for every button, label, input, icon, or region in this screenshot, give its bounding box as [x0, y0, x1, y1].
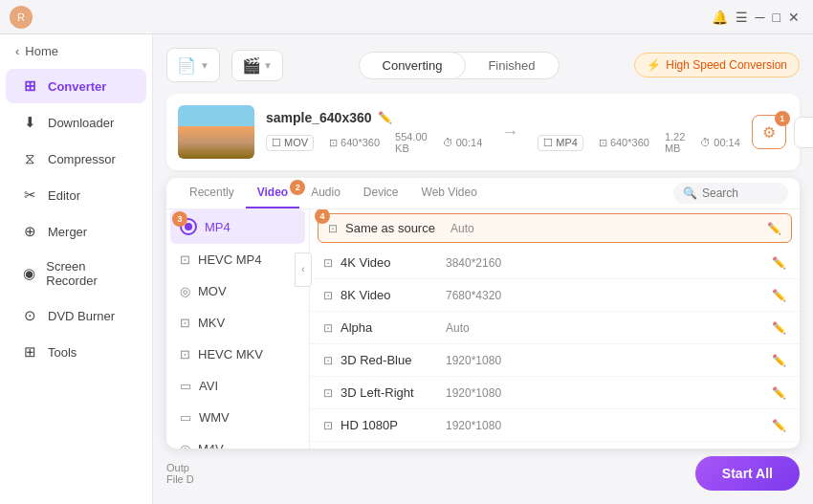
- settings-button[interactable]: ⚙ 1: [752, 115, 786, 149]
- same-as-source-res: Auto: [450, 222, 767, 235]
- screen-recorder-icon: ◉: [21, 265, 36, 282]
- mp4-radio-fill: [185, 223, 192, 230]
- sidebar-label-editor: Editor: [48, 188, 80, 203]
- mkv-label: MKV: [198, 316, 225, 330]
- sidebar-item-downloader[interactable]: ⬇ Downloader: [6, 105, 146, 140]
- format-right-item-8k[interactable]: ⊡ 8K Video 7680*4320 ✏️: [310, 279, 800, 312]
- sidebar-item-converter[interactable]: ⊞ Converter: [6, 69, 146, 103]
- convert-actions: ⚙ 1 Converting: [752, 115, 813, 149]
- mov-icon: ◎: [180, 284, 190, 298]
- edit-filename-icon[interactable]: ✏️: [378, 111, 392, 124]
- tab-device[interactable]: Device: [352, 178, 410, 208]
- sidebar-item-compressor[interactable]: ⧖ Compressor: [6, 142, 146, 176]
- same-as-source-edit-icon[interactable]: ✏️: [767, 222, 781, 235]
- file-name: sample_640x360: [266, 110, 372, 125]
- search-icon: 🔍: [683, 186, 697, 200]
- m4v-label: M4V: [198, 442, 224, 449]
- source-duration: ⏱ 00:14: [443, 137, 483, 148]
- format-right-item-4k[interactable]: ⊡ 4K Video 3840*2160 ✏️: [310, 247, 800, 279]
- 3d-red-blue-icon: ⊡: [323, 354, 333, 367]
- search-input[interactable]: [702, 186, 779, 200]
- format-item-hevc-mkv[interactable]: ⊡ HEVC MKV: [166, 339, 309, 370]
- sidebar-label-tools: Tools: [48, 345, 77, 360]
- wmv-icon: ▭: [180, 410, 191, 425]
- sidebar-label-compressor: Compressor: [48, 152, 116, 166]
- format-item-wmv[interactable]: ▭ WMV: [166, 402, 309, 433]
- 4k-label: 4K Video: [341, 255, 446, 270]
- 8k-edit-icon[interactable]: ✏️: [772, 289, 786, 302]
- tab-video-label: Video: [257, 186, 288, 199]
- lightning-icon: ⚡: [647, 58, 661, 72]
- tab-converting[interactable]: Converting: [359, 52, 467, 79]
- close-icon[interactable]: ✕: [784, 8, 803, 27]
- source-size-value: 554.00 KB: [395, 131, 428, 154]
- sidebar-item-screen-recorder[interactable]: ◉ Screen Recorder: [6, 251, 146, 296]
- output-info: Outp File D: [166, 462, 686, 485]
- notification-icon[interactable]: 🔔: [708, 8, 732, 27]
- app-body: ‹ Home ⊞ Converter ⬇ Downloader ⧖ Compre…: [0, 34, 813, 504]
- format-columns: MP4 3 ⊡ HEVC MP4 ◎ MOV ⊡: [166, 209, 800, 449]
- tab-recently[interactable]: Recently: [178, 178, 246, 208]
- format-item-mov[interactable]: ◎ MOV: [166, 275, 309, 307]
- convert-button[interactable]: Converting: [794, 117, 813, 148]
- search-box: 🔍: [673, 183, 788, 204]
- format-right-item-3d-red-blue[interactable]: ⊡ 3D Red-Blue 1920*1080 ✏️: [310, 344, 800, 377]
- 4k-res: 3840*2160: [446, 256, 772, 270]
- format-right-item-3d-left-right[interactable]: ⊡ 3D Left-Right 1920*1080 ✏️: [310, 377, 800, 409]
- alpha-label: Alpha: [341, 320, 446, 335]
- 4k-icon: ⊡: [323, 256, 333, 270]
- target-size-value: 1.22 MB: [665, 131, 685, 154]
- target-format-badge: ☐ MP4: [538, 135, 583, 151]
- add-file-button[interactable]: 📄 ▼: [166, 48, 220, 82]
- user-initial: R: [17, 11, 25, 23]
- tab-web-video[interactable]: Web Video: [410, 178, 489, 208]
- format-right-item-hd-720p[interactable]: ⊡ HD 720P 1280*720 ✏️: [310, 442, 800, 449]
- add-media-button[interactable]: 🎬 ▼: [231, 50, 283, 81]
- 3d-left-right-edit-icon[interactable]: ✏️: [772, 386, 786, 400]
- sidebar-label-downloader: Downloader: [48, 116, 114, 130]
- hd-1080p-edit-icon[interactable]: ✏️: [772, 419, 786, 432]
- format-item-hevc-mp4[interactable]: ⊡ HEVC MP4: [166, 244, 309, 275]
- 4k-edit-icon[interactable]: ✏️: [772, 256, 786, 270]
- menu-icon[interactable]: ☰: [732, 8, 752, 27]
- format-item-mp4[interactable]: MP4 3: [170, 209, 305, 244]
- alpha-res: Auto: [446, 321, 772, 335]
- 3d-red-blue-res: 1920*1080: [446, 354, 772, 367]
- tab-finished[interactable]: Finished: [465, 53, 558, 78]
- hd-1080p-res: 1920*1080: [446, 419, 772, 432]
- format-right-item-hd-1080p[interactable]: ⊡ HD 1080P 1920*1080 ✏️: [310, 409, 800, 442]
- settings-badge: 1: [775, 111, 790, 126]
- back-home[interactable]: ‹ Home: [0, 34, 152, 68]
- sidebar-collapse-button[interactable]: ‹: [295, 252, 312, 287]
- avi-label: AVI: [199, 379, 218, 393]
- minimize-icon[interactable]: ─: [752, 8, 769, 27]
- sidebar-item-dvd-burner[interactable]: ⊙ DVD Burner: [6, 298, 146, 333]
- sidebar-item-merger[interactable]: ⊕ Merger: [6, 214, 146, 249]
- target-resolution-icon: ⊡: [599, 137, 607, 149]
- format-right-item-same-as-source[interactable]: 4 ⊡ Same as source Auto ✏️: [318, 213, 792, 243]
- format-item-m4v[interactable]: ◎ M4V: [166, 433, 309, 449]
- format-item-avi[interactable]: ▭ AVI: [166, 370, 309, 402]
- main-content: 📄 ▼ 🎬 ▼ Converting Finished ⚡ High Speed…: [153, 34, 813, 504]
- sidebar-item-tools[interactable]: ⊞ Tools: [6, 335, 146, 369]
- tab-video[interactable]: Video 2: [246, 178, 299, 208]
- sidebar-item-editor[interactable]: ✂ Editor: [6, 178, 146, 212]
- format-right-item-alpha[interactable]: ⊡ Alpha Auto ✏️: [310, 312, 800, 344]
- resolution-icon: ⊡: [329, 137, 338, 149]
- user-avatar[interactable]: R: [10, 6, 33, 29]
- format-item-mkv[interactable]: ⊡ MKV: [166, 307, 309, 339]
- tab-audio[interactable]: Audio: [299, 178, 352, 208]
- compressor-icon: ⧖: [21, 150, 38, 167]
- tools-icon: ⊞: [21, 343, 38, 361]
- 3d-red-blue-edit-icon[interactable]: ✏️: [772, 354, 786, 367]
- high-speed-button[interactable]: ⚡ High Speed Conversion: [634, 53, 800, 77]
- maximize-icon[interactable]: □: [769, 8, 784, 27]
- file-dest-text: File D: [166, 473, 194, 485]
- format-tabs: Recently Video 2 Audio Device Web Video …: [166, 178, 800, 209]
- alpha-edit-icon[interactable]: ✏️: [772, 321, 786, 335]
- back-arrow-icon: ‹: [15, 44, 19, 58]
- start-all-button[interactable]: Start All: [695, 456, 800, 491]
- settings-icon: ⚙: [762, 123, 776, 142]
- file-info-target: ☐ MP4 ⊡ 640*360 1.22 MB ⏱ 00:14: [538, 110, 740, 154]
- m4v-icon: ◎: [180, 442, 190, 449]
